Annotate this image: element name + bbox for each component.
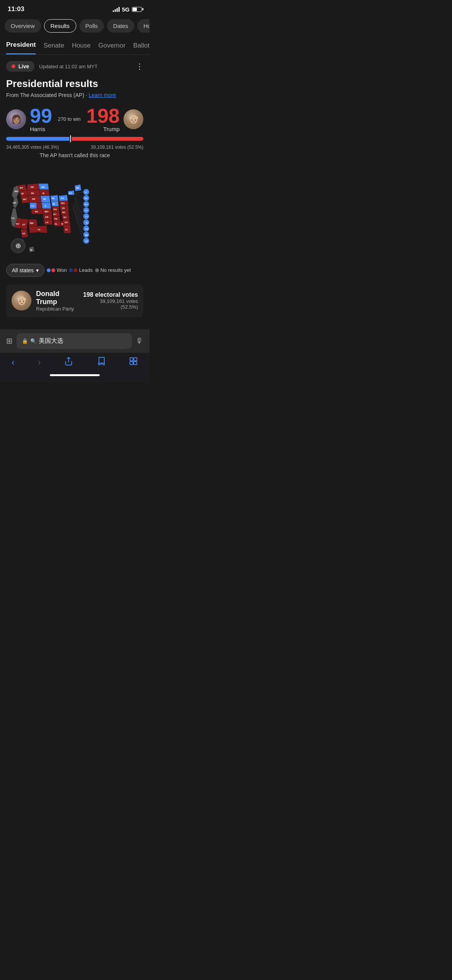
url-bar[interactable]: 🔒 🔍 美国大选 xyxy=(16,333,132,349)
map-container: WA OR CA MT ID WY NV UT AZ xyxy=(6,164,143,258)
progress-red xyxy=(72,137,143,141)
status-right: 5G xyxy=(113,6,142,13)
svg-text:CA: CA xyxy=(12,217,15,219)
windows-button[interactable] xyxy=(129,357,138,368)
no-results-label: No results yet xyxy=(100,267,131,273)
chevron-down-icon: ▾ xyxy=(36,267,39,273)
all-states-label: All states xyxy=(12,267,34,273)
svg-text:ID: ID xyxy=(21,192,24,195)
tab-polls[interactable]: Polls xyxy=(79,19,104,33)
more-button[interactable]: ⋮ xyxy=(136,62,143,71)
svg-text:NY: NY xyxy=(69,192,72,194)
svg-text:NJ: NJ xyxy=(86,222,89,224)
trump-votes: 198 Trump xyxy=(86,106,120,132)
svg-text:MO: MO xyxy=(44,210,48,213)
trump-card-votes: 39,109,161 votes (52.5%) xyxy=(82,298,138,310)
subtab-senate[interactable]: Senate xyxy=(43,41,64,54)
progress-divider xyxy=(70,135,71,142)
live-dot xyxy=(12,64,15,68)
nav-tabs: Overview Results Polls Dates How to vo xyxy=(0,16,150,36)
svg-text:WY: WY xyxy=(23,198,27,201)
svg-text:WA: WA xyxy=(15,190,18,192)
tab-dates[interactable]: Dates xyxy=(107,19,134,33)
trump-card-info: Donald Trump Republican Party xyxy=(36,290,82,312)
svg-text:NM: NM xyxy=(30,222,33,224)
svg-text:HI: HI xyxy=(30,249,32,251)
leads-blue-dot xyxy=(69,268,73,272)
svg-text:MT: MT xyxy=(20,187,23,189)
lock-icon: 🔒 xyxy=(22,338,28,344)
share-button[interactable] xyxy=(64,357,73,368)
subtab-ballot[interactable]: Ballot measu... xyxy=(133,41,150,54)
tabs-button[interactable]: ⊞ xyxy=(6,336,13,345)
vote-counts-row: 34,465,305 votes (46.3%) 39,109,161 vote… xyxy=(6,145,143,150)
live-badge: Live xyxy=(6,61,35,72)
source-line: From The Associated Press (AP) · Learn m… xyxy=(6,92,143,98)
legend-no-results: No results yet xyxy=(95,267,131,273)
subtab-governor[interactable]: Governor xyxy=(99,41,126,54)
svg-text:AL: AL xyxy=(54,223,58,225)
svg-text:AZ: AZ xyxy=(22,232,25,235)
svg-text:DC: DC xyxy=(85,240,89,242)
svg-text:NV: NV xyxy=(16,223,19,225)
svg-text:MD: MD xyxy=(85,234,88,236)
tab-howto[interactable]: How to vo xyxy=(137,19,150,33)
center-label: 270 to win xyxy=(52,116,86,122)
progress-bar xyxy=(6,135,143,142)
us-map[interactable]: WA OR CA MT ID WY NV UT AZ xyxy=(6,164,143,256)
svg-text:NE: NE xyxy=(32,198,35,200)
svg-rect-114 xyxy=(130,358,133,361)
no-results-dot xyxy=(95,268,99,272)
trump-card[interactable]: 👴🏼 Donald Trump Republican Party 198 ele… xyxy=(6,284,143,317)
svg-text:OK: OK xyxy=(35,210,39,213)
svg-text:NH: NH xyxy=(85,197,88,199)
back-button[interactable]: ‹ xyxy=(12,357,15,368)
svg-text:CO: CO xyxy=(31,205,35,207)
bookmarks-button[interactable] xyxy=(97,357,106,368)
live-row: Live Updated at 11:02 am MYT ⋮ xyxy=(6,61,143,72)
svg-text:IN: IN xyxy=(53,203,55,205)
won-label: Won xyxy=(57,267,67,273)
svg-text:MN: MN xyxy=(41,186,44,188)
harris-side: 👩🏽 99 Harris xyxy=(6,106,52,132)
learn-more-link[interactable]: Learn more xyxy=(89,92,116,98)
signal-icon xyxy=(113,7,120,12)
svg-text:WV: WV xyxy=(61,202,65,204)
zoom-button[interactable]: ⊕ xyxy=(11,238,25,253)
trump-side: 198 Trump 👴🏼 xyxy=(86,106,143,132)
svg-text:FL: FL xyxy=(65,229,68,231)
sub-tabs: President Senate House Governor Ballot m… xyxy=(0,36,150,55)
url-text: 美国大选 xyxy=(39,337,63,345)
svg-text:NC: NC xyxy=(62,211,66,214)
status-bar: 11:03 5G xyxy=(0,0,150,16)
section-title: Presidential results xyxy=(6,78,143,90)
forward-button[interactable]: › xyxy=(38,357,41,368)
svg-text:VA: VA xyxy=(62,207,65,209)
harris-total-votes: 34,465,305 votes (46.3%) xyxy=(6,145,59,150)
svg-text:IL: IL xyxy=(44,205,47,207)
svg-text:VT: VT xyxy=(85,192,87,194)
tab-results[interactable]: Results xyxy=(44,19,76,33)
trump-card-left: 👴🏼 Donald Trump Republican Party xyxy=(12,290,82,312)
svg-marker-9 xyxy=(20,191,28,197)
legend-leads: Leads xyxy=(69,267,92,273)
svg-text:OH: OH xyxy=(53,208,57,210)
svg-text:IA: IA xyxy=(42,192,45,194)
trump-card-ev: 198 electoral votes xyxy=(82,291,138,298)
won-red-dot xyxy=(51,268,55,272)
legend-won: Won xyxy=(47,267,67,273)
svg-rect-117 xyxy=(134,362,137,365)
subtab-president[interactable]: President xyxy=(6,41,36,54)
won-blue-dot xyxy=(47,268,51,272)
time: 11:03 xyxy=(8,5,24,13)
svg-text:AR: AR xyxy=(45,216,48,218)
svg-text:UT: UT xyxy=(22,224,25,226)
trump-total-votes: 39,109,161 votes (52.5%) xyxy=(91,145,143,150)
trump-avatar: 👴🏼 xyxy=(123,109,143,129)
subtab-house[interactable]: House xyxy=(72,41,90,54)
search-icon: 🔍 xyxy=(30,338,36,344)
tab-overview[interactable]: Overview xyxy=(5,19,41,33)
all-states-button[interactable]: All states ▾ xyxy=(6,264,44,277)
mic-button[interactable]: 🎙 xyxy=(136,337,143,345)
legend-row: All states ▾ Won Leads No results yet xyxy=(6,264,143,277)
